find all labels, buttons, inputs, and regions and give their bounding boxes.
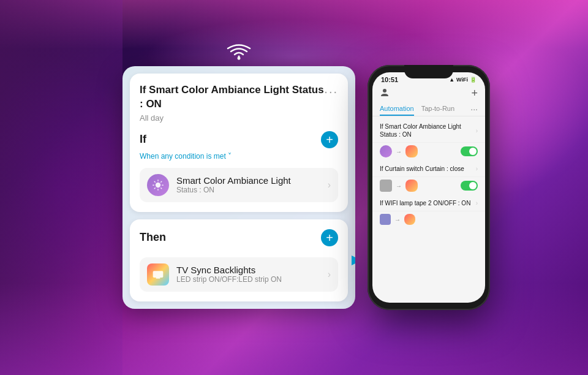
device-toggle-row: →	[372, 143, 485, 161]
person-icon[interactable]	[380, 88, 390, 99]
mini-status-icon-3	[404, 214, 415, 225]
then-device-info: TV Sync Backlights LED strip ON/OFF:LED …	[176, 265, 320, 284]
ambiance-light-icon	[147, 174, 169, 196]
list-item-text: If Curtain switch Curtain : close	[380, 165, 472, 173]
phone-container: 10:51 ▲WiFi🔋 + Automation Tap-to-Run	[368, 65, 490, 310]
main-content: If Smart Color Ambiance Light Status : O…	[0, 0, 588, 375]
then-label: Then	[140, 231, 166, 244]
if-label: If	[140, 133, 146, 146]
mini-status-icon-2	[405, 180, 418, 192]
list-item-chevron: ›	[476, 165, 478, 172]
tab-automation[interactable]: Automation	[380, 102, 414, 116]
phone-tabs: Automation Tap-to-Run ...	[372, 102, 485, 116]
phone-status-icons: ▲WiFi🔋	[449, 77, 477, 83]
phone-mockup: 10:51 ▲WiFi🔋 + Automation Tap-to-Run	[368, 65, 490, 310]
list-item-chevron: ›	[476, 127, 478, 134]
if-device-chevron: ›	[328, 180, 331, 191]
arrow-icon-2: →	[396, 183, 402, 189]
if-device-row[interactable]: Smart Color Ambiance Light Status : ON ›	[140, 168, 338, 202]
svg-rect-3	[156, 278, 160, 279]
device-toggle-row-3: →	[372, 211, 485, 229]
then-device-row[interactable]: TV Sync Backlights LED strip ON/OFF:LED …	[140, 257, 338, 292]
card-title: If Smart Color Ambiance Light Status : O…	[140, 83, 324, 110]
mini-device-icon-2	[380, 180, 392, 192]
phone-nav: +	[372, 85, 485, 102]
list-item-chevron: ›	[476, 200, 478, 206]
card-subtitle: All day	[140, 113, 338, 123]
then-section: Then + TV Sync Backlights LED strip ON/O…	[130, 219, 348, 301]
then-device-chevron: ›	[328, 269, 331, 280]
svg-rect-2	[153, 271, 164, 278]
then-device-status: LED strip ON/OFF:LED strip ON	[176, 275, 320, 284]
list-item[interactable]: If Smart Color Ambiance Light Status : O…	[372, 119, 485, 143]
mini-status-icon	[405, 145, 418, 157]
svg-point-4	[383, 89, 386, 93]
phone-time: 10:51	[381, 76, 398, 83]
svg-point-1	[156, 182, 160, 187]
tabs-dots-button[interactable]: ...	[470, 102, 478, 116]
then-device-name: TV Sync Backlights	[176, 265, 320, 275]
if-device-name: Smart Color Ambiance Light	[176, 175, 320, 186]
phone-list: If Smart Color Ambiance Light Status : O…	[372, 116, 485, 231]
list-item[interactable]: If Curtain switch Curtain : close ›	[372, 161, 485, 177]
mini-device-icon-3	[380, 214, 391, 225]
list-item[interactable]: If WIFI lamp tape 2 ON/OFF : ON ›	[372, 195, 485, 211]
plus-icon[interactable]: +	[471, 87, 478, 100]
toggle-switch[interactable]	[461, 146, 478, 156]
condition-hint[interactable]: When any condition is met ˅	[140, 152, 338, 161]
if-add-button[interactable]: +	[321, 131, 338, 148]
connector-arrow	[352, 256, 355, 265]
tv-sync-icon	[147, 263, 169, 286]
tab-tap-to-run[interactable]: Tap-to-Run	[421, 102, 454, 116]
phone-screen: 10:51 ▲WiFi🔋 + Automation Tap-to-Run	[372, 72, 485, 303]
phone-notch	[404, 65, 453, 78]
if-section: If Smart Color Ambiance Light Status : O…	[130, 74, 348, 211]
list-item-text: If Smart Color Ambiance Light Status : O…	[380, 123, 472, 138]
toggle-switch-2[interactable]	[461, 181, 478, 191]
arrow-icon: →	[396, 148, 402, 155]
arrow-icon-3: →	[394, 216, 401, 223]
mini-device-icon	[380, 145, 392, 157]
if-device-info: Smart Color Ambiance Light Status : ON	[176, 175, 320, 194]
automation-card: If Smart Color Ambiance Light Status : O…	[123, 66, 355, 308]
then-add-button[interactable]: +	[321, 229, 338, 246]
wifi-icon	[227, 42, 251, 64]
svg-point-0	[238, 57, 241, 60]
if-device-status: Status : ON	[176, 186, 320, 194]
dots-menu-button[interactable]: ...	[324, 82, 338, 96]
list-item-text: If WIFI lamp tape 2 ON/OFF : ON	[380, 199, 472, 207]
device-toggle-row: →	[372, 177, 485, 195]
